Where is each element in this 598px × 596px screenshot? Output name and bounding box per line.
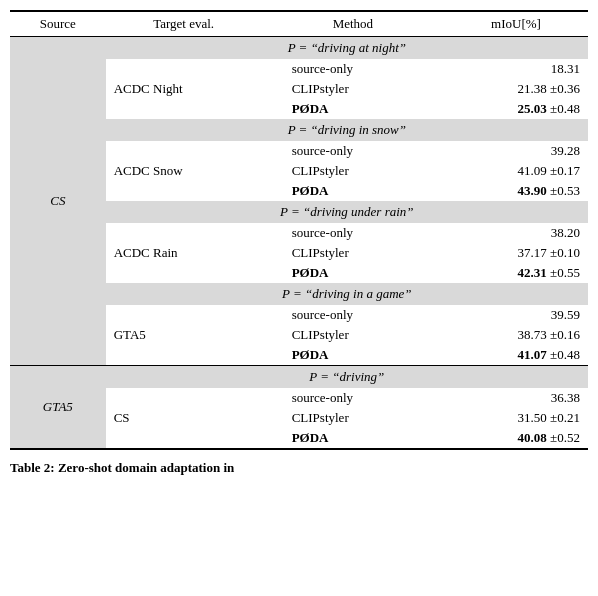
source-cell: GTA5 xyxy=(10,366,106,449)
method-cell: source-only xyxy=(262,305,444,325)
method-cell: PØDA xyxy=(262,99,444,119)
method-cell: source-only xyxy=(262,59,444,79)
miou-cell: 38.20 xyxy=(444,223,588,243)
section-header-cell: P = “driving” xyxy=(106,366,588,388)
col-target: Target eval. xyxy=(106,11,262,37)
method-cell: CLIPstyler xyxy=(262,79,444,99)
miou-cell: 38.73 ±0.16 xyxy=(444,325,588,345)
miou-cell: 18.31 xyxy=(444,59,588,79)
miou-cell: 43.90 ±0.53 xyxy=(444,181,588,201)
col-source: Source xyxy=(10,11,106,37)
miou-cell: 39.59 xyxy=(444,305,588,325)
table-container: Source Target eval. Method mIoU[%] CSP =… xyxy=(10,10,588,478)
miou-cell: 25.03 ±0.48 xyxy=(444,99,588,119)
miou-cell: 41.07 ±0.48 xyxy=(444,345,588,366)
target-eval-cell: ACDC Snow xyxy=(106,141,262,201)
section-header-cell: P = “driving in a game” xyxy=(106,283,588,305)
method-cell: source-only xyxy=(262,141,444,161)
miou-cell: 37.17 ±0.10 xyxy=(444,243,588,263)
miou-cell: 39.28 xyxy=(444,141,588,161)
miou-cell: 42.31 ±0.55 xyxy=(444,263,588,283)
col-method: Method xyxy=(262,11,444,37)
method-cell: source-only xyxy=(262,223,444,243)
method-cell: CLIPstyler xyxy=(262,161,444,181)
col-miou: mIoU[%] xyxy=(444,11,588,37)
table-caption: Table 2: Zero-shot domain adaptation in xyxy=(10,458,588,478)
target-eval-cell: ACDC Rain xyxy=(106,223,262,283)
method-cell: PØDA xyxy=(262,181,444,201)
method-cell: CLIPstyler xyxy=(262,243,444,263)
method-cell: PØDA xyxy=(262,263,444,283)
miou-cell: 41.09 ±0.17 xyxy=(444,161,588,181)
method-cell: CLIPstyler xyxy=(262,325,444,345)
method-cell: source-only xyxy=(262,388,444,408)
miou-cell: 36.38 xyxy=(444,388,588,408)
target-eval-cell: CS xyxy=(106,388,262,449)
results-table: Source Target eval. Method mIoU[%] CSP =… xyxy=(10,10,588,450)
source-cell: CS xyxy=(10,37,106,366)
method-cell: PØDA xyxy=(262,428,444,449)
section-header-cell: P = “driving under rain” xyxy=(106,201,588,223)
method-cell: CLIPstyler xyxy=(262,408,444,428)
target-eval-cell: GTA5 xyxy=(106,305,262,366)
miou-cell: 40.08 ±0.52 xyxy=(444,428,588,449)
method-cell: PØDA xyxy=(262,345,444,366)
miou-cell: 31.50 ±0.21 xyxy=(444,408,588,428)
miou-cell: 21.38 ±0.36 xyxy=(444,79,588,99)
section-header-cell: P = “driving in snow” xyxy=(106,119,588,141)
section-header-cell: P = “driving at night” xyxy=(106,37,588,60)
target-eval-cell: ACDC Night xyxy=(106,59,262,119)
